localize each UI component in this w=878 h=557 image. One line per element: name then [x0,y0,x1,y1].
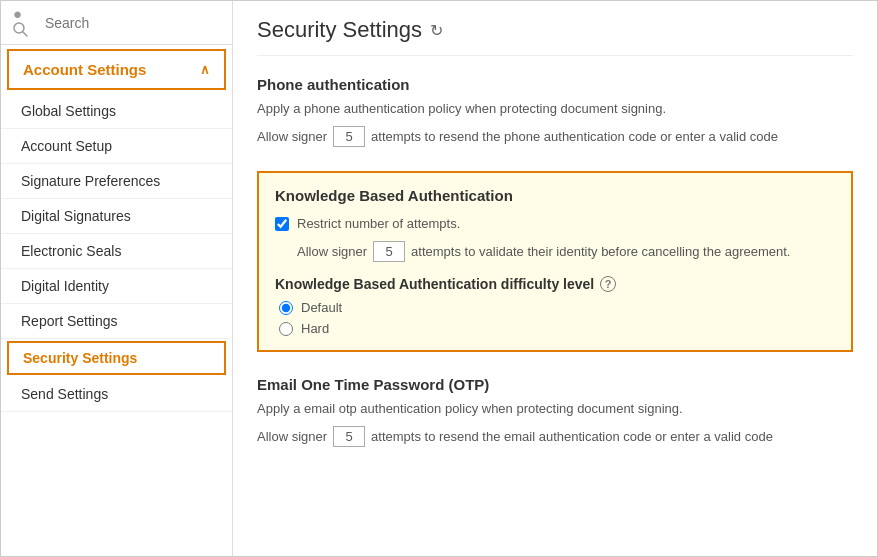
otp-attempts-input[interactable]: 5 [333,426,365,447]
main-content: Security Settings ↻ Phone authentication… [233,1,877,556]
kba-section: Knowledge Based Authentication Restrict … [257,171,853,352]
kba-allow-label: Allow signer [297,244,367,259]
otp-desc: Apply a email otp authentication policy … [257,401,853,416]
kba-radio-hard-input[interactable] [279,322,293,336]
sidebar-item-global-settings[interactable]: Global Settings [1,94,232,129]
sidebar: ● Account Settings ∧ Global Settings Acc… [1,1,233,556]
kba-restrict-attempts-row: Restrict number of attempts. [275,216,835,231]
kba-attempts-input[interactable]: 5 [373,241,405,262]
account-settings-label: Account Settings [23,61,146,78]
otp-title: Email One Time Password (OTP) [257,376,853,393]
otp-allow-signer-row: Allow signer 5 attempts to resend the em… [257,426,853,447]
chevron-up-icon: ∧ [200,62,210,77]
kba-radio-group: Default Hard [275,300,835,336]
otp-allow-label: Allow signer [257,429,327,444]
page-title: Security Settings [257,17,422,43]
kba-radio-hard: Hard [279,321,835,336]
kba-title: Knowledge Based Authentication [275,187,835,204]
nav-section: Account Settings ∧ Global Settings Accou… [1,45,232,556]
page-title-row: Security Settings ↻ [257,17,853,56]
sidebar-item-signature-preferences[interactable]: Signature Preferences [1,164,232,199]
phone-auth-attempts-input[interactable]: 5 [333,126,365,147]
kba-restrict-checkbox[interactable] [275,217,289,231]
kba-difficulty-label-row: Knowledge Based Authentication difficult… [275,276,835,292]
otp-section: Email One Time Password (OTP) Apply a em… [257,376,853,447]
account-settings-header[interactable]: Account Settings ∧ [7,49,226,90]
kba-attempts-suffix: attempts to validate their identity befo… [411,244,790,259]
phone-auth-attempts-suffix: attempts to resend the phone authenticat… [371,129,778,144]
kba-restrict-label: Restrict number of attempts. [297,216,460,231]
kba-difficulty-label: Knowledge Based Authentication difficult… [275,276,594,292]
phone-auth-section: Phone authentication Apply a phone authe… [257,76,853,147]
search-input[interactable] [45,15,220,31]
phone-auth-allow-label: Allow signer [257,129,327,144]
otp-attempts-suffix: attempts to resend the email authenticat… [371,429,773,444]
kba-radio-default-input[interactable] [279,301,293,315]
sidebar-item-send-settings[interactable]: Send Settings [1,377,232,412]
phone-auth-desc: Apply a phone authentication policy when… [257,101,853,116]
kba-allow-signer-row: Allow signer 5 attempts to validate thei… [275,241,835,262]
phone-auth-title: Phone authentication [257,76,853,93]
kba-radio-default-label: Default [301,300,342,315]
kba-radio-default: Default [279,300,835,315]
sidebar-item-account-setup[interactable]: Account Setup [1,129,232,164]
sidebar-item-electronic-seals[interactable]: Electronic Seals [1,234,232,269]
svg-line-1 [23,32,27,36]
sidebar-item-report-settings[interactable]: Report Settings [1,304,232,339]
help-icon[interactable]: ? [600,276,616,292]
refresh-icon[interactable]: ↻ [430,21,443,40]
sidebar-item-digital-identity[interactable]: Digital Identity [1,269,232,304]
sidebar-item-security-settings[interactable]: Security Settings [7,341,226,375]
kba-radio-hard-label: Hard [301,321,329,336]
search-bar: ● [1,1,232,45]
phone-auth-allow-signer-row: Allow signer 5 attempts to resend the ph… [257,126,853,147]
search-icon: ● [13,5,37,40]
sidebar-item-digital-signatures[interactable]: Digital Signatures [1,199,232,234]
